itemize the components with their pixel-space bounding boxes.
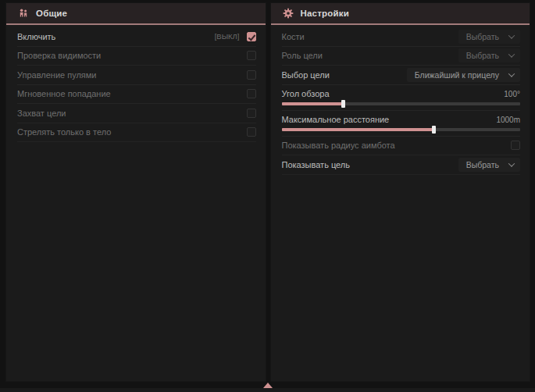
- menu-panels: Общие Включить [ВЫКЛ] Проверка видимости…: [0, 0, 535, 381]
- show-target-dropdown[interactable]: Выбрать: [458, 158, 520, 172]
- settings-panel-title: Настройки: [301, 9, 349, 18]
- row-bullet-control-label: Управление пулями: [17, 70, 97, 80]
- row-enable-label: Включить: [17, 32, 55, 41]
- row-max-distance: Максимальное расстояние 1000m: [282, 111, 521, 137]
- scroll-up-indicator[interactable]: [263, 383, 273, 388]
- general-panel-title: Общие: [36, 9, 67, 18]
- general-panel-header: Общие: [6, 3, 266, 25]
- chevron-down-icon: [508, 32, 515, 38]
- window-bottom-edge: [0, 388, 535, 392]
- enable-checkbox[interactable]: [247, 32, 256, 41]
- target-select-dropdown-value: Ближайший к прицелу: [415, 70, 499, 80]
- target-select-dropdown[interactable]: Ближайший к прицелу: [407, 68, 520, 82]
- row-fov: Угол обзора 100°: [282, 85, 521, 111]
- chevron-down-icon: [508, 52, 515, 58]
- max-distance-slider[interactable]: [282, 128, 521, 131]
- fov-value: 100°: [504, 90, 520, 98]
- fov-slider-fill: [282, 102, 344, 105]
- settings-panel: Настройки Кости Выбрать Роль цели Выбрат…: [271, 3, 530, 381]
- row-show-radius-label: Показывать радиус аимбота: [282, 141, 395, 150]
- target-role-dropdown-value: Выбрать: [466, 51, 499, 60]
- row-body-only[interactable]: Стрелять только в тело: [17, 123, 256, 143]
- row-visibility-check-label: Проверка видимости: [17, 51, 101, 60]
- row-enable[interactable]: Включить [ВЫКЛ]: [17, 27, 256, 47]
- target-role-dropdown[interactable]: Выбрать: [458, 48, 520, 62]
- row-target-role: Роль цели Выбрать: [282, 47, 521, 66]
- row-instant-hit-label: Мгновенное попадание: [17, 89, 111, 98]
- fov-slider-thumb[interactable]: [341, 100, 345, 108]
- fov-label: Угол обзора: [282, 89, 330, 98]
- bullet-control-checkbox[interactable]: [247, 70, 256, 80]
- row-body-only-label: Стрелять только в тело: [17, 127, 111, 137]
- row-target-select: Выбор цели Ближайший к прицелу: [282, 66, 521, 85]
- row-show-target-label: Показывать цель: [282, 160, 351, 169]
- instant-hit-checkbox[interactable]: [247, 89, 256, 98]
- settings-panel-header: Настройки: [271, 3, 530, 25]
- gear-icon: [283, 8, 294, 19]
- max-distance-value: 1000m: [496, 116, 520, 124]
- visibility-check-checkbox[interactable]: [247, 51, 256, 60]
- general-panel-body: Включить [ВЫКЛ] Проверка видимости Управ…: [6, 25, 266, 142]
- row-visibility-check[interactable]: Проверка видимости: [17, 47, 256, 66]
- row-target-lock-label: Захват цели: [17, 109, 66, 118]
- row-bones-label: Кости: [282, 32, 305, 41]
- row-bones: Кости Выбрать: [282, 27, 521, 47]
- settings-panel-body: Кости Выбрать Роль цели Выбрать Выбор це…: [271, 25, 530, 175]
- max-distance-slider-thumb[interactable]: [432, 126, 436, 134]
- people-icon: [18, 8, 29, 19]
- bones-dropdown[interactable]: Выбрать: [458, 30, 520, 44]
- row-target-select-label: Выбор цели: [282, 70, 330, 80]
- show-radius-checkbox[interactable]: [511, 141, 520, 150]
- row-target-lock[interactable]: Захват цели: [17, 104, 256, 123]
- general-panel: Общие Включить [ВЫКЛ] Проверка видимости…: [6, 3, 266, 381]
- bones-dropdown-value: Выбрать: [466, 32, 499, 41]
- chevron-down-icon: [508, 70, 515, 77]
- row-show-target: Показывать цель Выбрать: [282, 155, 521, 175]
- keybind-hint: [ВЫКЛ]: [215, 32, 240, 41]
- row-instant-hit[interactable]: Мгновенное попадание: [17, 85, 256, 105]
- body-only-checkbox[interactable]: [247, 127, 256, 137]
- show-target-dropdown-value: Выбрать: [466, 160, 499, 169]
- max-distance-label: Максимальное расстояние: [282, 115, 390, 124]
- max-distance-slider-fill: [282, 128, 435, 131]
- row-bullet-control[interactable]: Управление пулями: [17, 66, 256, 85]
- row-target-role-label: Роль цели: [282, 51, 323, 60]
- fov-slider[interactable]: [282, 102, 521, 105]
- row-show-radius[interactable]: Показывать радиус аимбота: [282, 137, 521, 156]
- chevron-down-icon: [508, 160, 515, 166]
- target-lock-checkbox[interactable]: [247, 109, 256, 118]
